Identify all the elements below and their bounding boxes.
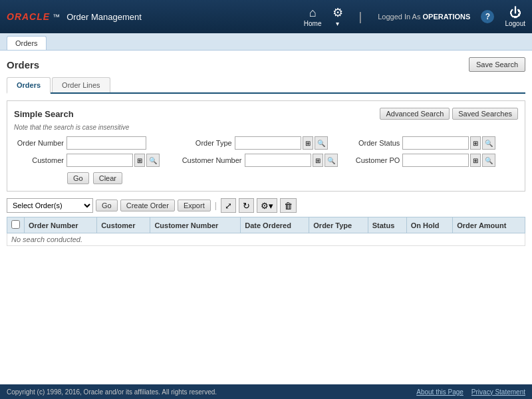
- tab-orders[interactable]: Orders: [7, 77, 51, 94]
- order-status-field-group: Order Status ⊞ 🔍: [350, 136, 518, 150]
- logout-nav-item[interactable]: ⏻ Logout: [505, 7, 525, 27]
- go-button[interactable]: Go: [67, 172, 89, 184]
- search-note: Note that the search is case insensitive: [14, 124, 518, 131]
- detach-icon-button[interactable]: ⤢: [221, 198, 236, 213]
- refresh-icon-button[interactable]: ↻: [239, 198, 254, 213]
- settings-dropdown-icon: ▾: [336, 20, 339, 27]
- order-status-search-icon[interactable]: 🔍: [482, 136, 495, 150]
- col-header-order-amount: Order Amount: [453, 217, 525, 233]
- tab-order-lines[interactable]: Order Lines: [52, 77, 110, 92]
- customer-lov-icon[interactable]: ⊞: [134, 154, 145, 167]
- table-header-row: Order Number Customer Customer Number Da…: [7, 217, 525, 233]
- toolbar-separator: |: [215, 201, 217, 210]
- no-results-cell: No search conducted.: [7, 233, 525, 246]
- order-number-input-wrap: [66, 136, 146, 150]
- order-number-label: Order Number: [14, 139, 64, 147]
- logout-label: Logout: [505, 20, 525, 27]
- gear-dropdown-button[interactable]: ⚙▾: [257, 198, 277, 213]
- save-search-button[interactable]: Save Search: [469, 57, 525, 72]
- logout-icon: ⏻: [509, 7, 521, 19]
- customer-number-field-group: Customer Number ⊞ 🔍: [182, 154, 350, 167]
- search-section: Simple Search Advanced Search Saved Sear…: [7, 100, 525, 192]
- delete-icon-button[interactable]: 🗑: [280, 198, 297, 213]
- privacy-statement-link[interactable]: Privacy Statement: [471, 388, 525, 396]
- order-status-input-wrap: ⊞ 🔍: [402, 136, 495, 150]
- gear-icon: ⚙: [332, 7, 343, 19]
- search-actions: Go Clear: [67, 172, 518, 184]
- customer-po-search-icon[interactable]: 🔍: [482, 154, 495, 167]
- col-header-on-hold: On Hold: [406, 217, 453, 233]
- customer-field-group: Customer ⊞ 🔍: [14, 154, 182, 167]
- col-header-customer-number: Customer Number: [150, 217, 241, 233]
- table-body: No search conducted.: [7, 233, 525, 246]
- customer-input[interactable]: [66, 154, 133, 167]
- customer-po-input[interactable]: [402, 154, 469, 167]
- footer-links: About this Page Privacy Statement: [416, 388, 525, 396]
- table-go-button[interactable]: Go: [96, 200, 118, 211]
- settings-nav-item[interactable]: ⚙ ▾: [332, 7, 343, 27]
- customer-po-input-wrap: ⊞ 🔍: [402, 154, 495, 167]
- tab-bar: Orders Order Lines: [7, 77, 525, 94]
- customer-number-search-icon[interactable]: 🔍: [325, 154, 338, 167]
- order-status-input[interactable]: [402, 136, 469, 150]
- advanced-search-button[interactable]: Advanced Search: [380, 108, 450, 120]
- copyright-text: Copyright (c) 1998, 2016, Oracle and/or …: [7, 388, 217, 396]
- no-results-text: No search conducted.: [11, 231, 82, 247]
- col-header-date-ordered: Date Ordered: [241, 217, 309, 233]
- order-type-label: Order Type: [182, 139, 232, 147]
- home-icon: ⌂: [309, 7, 317, 19]
- col-header-customer: Customer: [97, 217, 150, 233]
- create-order-button[interactable]: Create Order: [120, 200, 175, 211]
- header-nav: ⌂ Home ⚙ ▾ | Logged In As OPERATIONS ? ⏻…: [304, 7, 525, 27]
- order-number-input[interactable]: [66, 136, 146, 150]
- page-title-row: Orders Save Search: [7, 57, 525, 72]
- customer-number-input[interactable]: [245, 154, 311, 167]
- customer-search-icon[interactable]: 🔍: [146, 154, 160, 167]
- breadcrumb-orders-tab[interactable]: Orders: [7, 36, 47, 50]
- order-type-input[interactable]: [235, 136, 301, 150]
- app-header: ORACLE ™ Order Management ⌂ Home ⚙ ▾ | L…: [0, 0, 532, 33]
- col-header-order-type: Order Type: [309, 217, 368, 233]
- customer-number-label: Customer Number: [182, 156, 242, 164]
- main-content: Orders Save Search Orders Order Lines Si…: [0, 51, 532, 384]
- table-header: Order Number Customer Customer Number Da…: [7, 217, 525, 233]
- select-all-checkbox[interactable]: [11, 220, 20, 229]
- logo-area: ORACLE ™ Order Management: [7, 11, 304, 22]
- home-label: Home: [304, 20, 322, 27]
- simple-search-title: Simple Search: [14, 109, 74, 119]
- clear-button[interactable]: Clear: [93, 172, 122, 184]
- breadcrumb-bar: Orders: [0, 33, 532, 51]
- logged-in-text: Logged In As OPERATIONS: [378, 13, 470, 21]
- oracle-logo-text: ORACLE: [7, 11, 50, 22]
- nav-separator: |: [359, 10, 362, 24]
- select-all-checkbox-header[interactable]: [7, 217, 25, 233]
- customer-number-input-wrap: ⊞ 🔍: [245, 154, 338, 167]
- customer-po-lov-icon[interactable]: ⊞: [470, 154, 481, 167]
- customer-input-wrap: ⊞ 🔍: [66, 154, 160, 167]
- select-orders-dropdown[interactable]: Select Order(s): [7, 198, 93, 213]
- export-button[interactable]: Export: [178, 200, 211, 211]
- col-header-order-number: Order Number: [25, 217, 97, 233]
- order-type-search-icon[interactable]: 🔍: [315, 136, 328, 150]
- customer-number-lov-icon[interactable]: ⊞: [313, 154, 323, 167]
- saved-searches-button[interactable]: Saved Searches: [452, 108, 518, 120]
- customer-po-label: Customer PO: [350, 156, 400, 164]
- about-page-link[interactable]: About this Page: [416, 388, 464, 396]
- home-nav-item[interactable]: ⌂ Home: [304, 7, 322, 27]
- customer-po-field-group: Customer PO ⊞ 🔍: [350, 154, 518, 167]
- table-row: No search conducted.: [7, 233, 525, 246]
- order-number-field-group: Order Number: [14, 136, 182, 150]
- order-type-input-wrap: ⊞ 🔍: [235, 136, 328, 150]
- order-type-field-group: Order Type ⊞ 🔍: [182, 136, 350, 150]
- col-header-status: Status: [368, 217, 406, 233]
- app-footer: Copyright (c) 1998, 2016, Oracle and/or …: [0, 384, 532, 399]
- order-status-label: Order Status: [350, 139, 400, 147]
- help-button[interactable]: ?: [481, 10, 494, 23]
- customer-label: Customer: [14, 156, 64, 164]
- search-section-header: Simple Search Advanced Search Saved Sear…: [14, 108, 518, 120]
- order-type-lov-icon[interactable]: ⊞: [303, 136, 313, 150]
- page-title: Orders: [7, 59, 39, 70]
- order-status-lov-icon[interactable]: ⊞: [470, 136, 481, 150]
- search-buttons-right: Advanced Search Saved Searches: [380, 108, 518, 120]
- orders-table: Order Number Customer Customer Number Da…: [7, 217, 525, 246]
